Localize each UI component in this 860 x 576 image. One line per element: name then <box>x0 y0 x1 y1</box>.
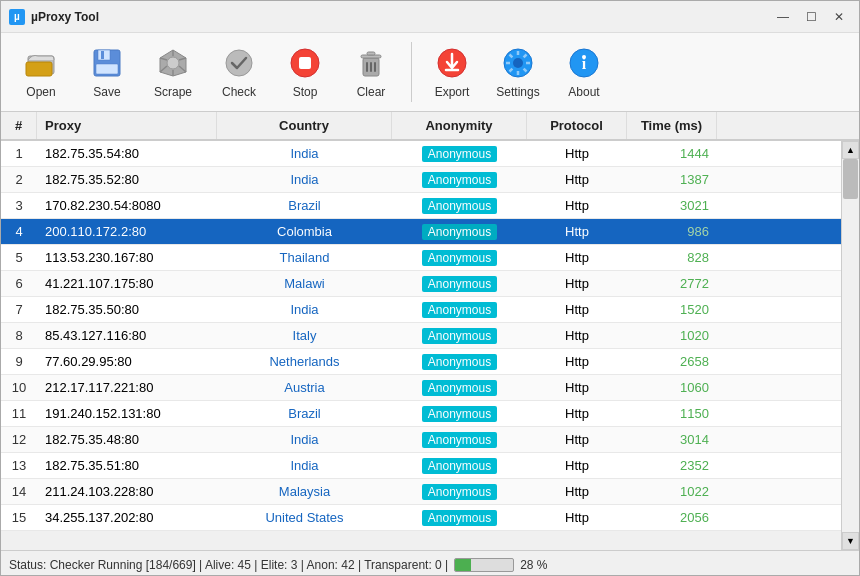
check-button[interactable]: Check <box>207 37 271 107</box>
header-proxy: Proxy <box>37 112 217 139</box>
cell-num: 3 <box>1 193 37 218</box>
anon-badge: Anonymous <box>422 328 497 344</box>
table-row[interactable]: 7 182.75.35.50:80 India Anonymous Http 1… <box>1 297 859 323</box>
cell-anonymity: Anonymous <box>392 375 527 400</box>
cell-time: 3014 <box>627 427 717 452</box>
status-text: Status: Checker Running [184/669] | Aliv… <box>9 558 448 572</box>
maximize-button[interactable]: ☐ <box>799 5 823 29</box>
cell-anonymity: Anonymous <box>392 167 527 192</box>
table-row[interactable]: 13 182.75.35.51:80 India Anonymous Http … <box>1 453 859 479</box>
anon-badge: Anonymous <box>422 250 497 266</box>
minimize-button[interactable]: — <box>771 5 795 29</box>
table-row[interactable]: 14 211.24.103.228:80 Malaysia Anonymous … <box>1 479 859 505</box>
cell-num: 4 <box>1 219 37 244</box>
cell-country: Malaysia <box>217 479 392 504</box>
stop-button[interactable]: Stop <box>273 37 337 107</box>
cell-proxy: 211.24.103.228:80 <box>37 479 217 504</box>
table-row[interactable]: 5 113.53.230.167:80 Thailand Anonymous H… <box>1 245 859 271</box>
cell-protocol: Http <box>527 375 627 400</box>
scrape-label: Scrape <box>154 85 192 99</box>
cell-time: 2658 <box>627 349 717 374</box>
cell-anonymity: Anonymous <box>392 245 527 270</box>
save-button[interactable]: Save <box>75 37 139 107</box>
settings-label: Settings <box>496 85 539 99</box>
cell-country: Italy <box>217 323 392 348</box>
cell-proxy: 182.75.35.50:80 <box>37 297 217 322</box>
cell-time: 2772 <box>627 271 717 296</box>
cell-proxy: 34.255.137.202:80 <box>37 505 217 530</box>
anon-badge: Anonymous <box>422 198 497 214</box>
table-row[interactable]: 8 85.43.127.116:80 Italy Anonymous Http … <box>1 323 859 349</box>
titlebar-left: µ µProxy Tool <box>9 9 99 25</box>
cell-num: 11 <box>1 401 37 426</box>
settings-button[interactable]: Settings <box>486 37 550 107</box>
cell-proxy: 191.240.152.131:80 <box>37 401 217 426</box>
cell-proxy: 41.221.107.175:80 <box>37 271 217 296</box>
table-row[interactable]: 15 34.255.137.202:80 United States Anony… <box>1 505 859 531</box>
close-button[interactable]: ✕ <box>827 5 851 29</box>
table-row[interactable]: 10 212.17.117.221:80 Austria Anonymous H… <box>1 375 859 401</box>
open-label: Open <box>26 85 55 99</box>
table-area: # Proxy Country Anonymity Protocol Time … <box>1 112 859 550</box>
cell-proxy: 85.43.127.116:80 <box>37 323 217 348</box>
table-row[interactable]: 12 182.75.35.48:80 India Anonymous Http … <box>1 427 859 453</box>
open-icon <box>23 45 59 81</box>
cell-anonymity: Anonymous <box>392 193 527 218</box>
titlebar-controls: — ☐ ✕ <box>771 5 851 29</box>
table-header: # Proxy Country Anonymity Protocol Time … <box>1 112 859 141</box>
cell-anonymity: Anonymous <box>392 349 527 374</box>
cell-num: 2 <box>1 167 37 192</box>
toolbar-separator <box>411 42 412 102</box>
cell-anonymity: Anonymous <box>392 453 527 478</box>
table-row[interactable]: 11 191.240.152.131:80 Brazil Anonymous H… <box>1 401 859 427</box>
scrape-icon <box>155 45 191 81</box>
anon-badge: Anonymous <box>422 146 497 162</box>
clear-button[interactable]: Clear <box>339 37 403 107</box>
app-icon: µ <box>9 9 25 25</box>
table-row[interactable]: 3 170.82.230.54:8080 Brazil Anonymous Ht… <box>1 193 859 219</box>
svg-rect-19 <box>374 62 376 72</box>
cell-country: Colombia <box>217 219 392 244</box>
table-row[interactable]: 1 182.75.35.54:80 India Anonymous Http 1… <box>1 141 859 167</box>
toolbar: Open Save Scrape <box>1 33 859 112</box>
table-body: 1 182.75.35.54:80 India Anonymous Http 1… <box>1 141 859 550</box>
cell-num: 15 <box>1 505 37 530</box>
settings-icon <box>500 45 536 81</box>
cell-time: 1444 <box>627 141 717 166</box>
cell-time: 1150 <box>627 401 717 426</box>
table-row[interactable]: 6 41.221.107.175:80 Malawi Anonymous Htt… <box>1 271 859 297</box>
scroll-down-button[interactable]: ▼ <box>842 532 859 550</box>
scroll-thumb[interactable] <box>843 159 858 199</box>
anon-badge: Anonymous <box>422 276 497 292</box>
cell-country: India <box>217 167 392 192</box>
titlebar: µ µProxy Tool — ☐ ✕ <box>1 1 859 33</box>
table-row[interactable]: 2 182.75.35.52:80 India Anonymous Http 1… <box>1 167 859 193</box>
cell-country: India <box>217 141 392 166</box>
cell-country: Brazil <box>217 193 392 218</box>
check-icon <box>221 45 257 81</box>
cell-proxy: 182.75.35.51:80 <box>37 453 217 478</box>
scroll-track[interactable] <box>842 159 859 532</box>
about-button[interactable]: i About <box>552 37 616 107</box>
cell-num: 10 <box>1 375 37 400</box>
scrollbar[interactable]: ▲ ▼ <box>841 141 859 550</box>
cell-protocol: Http <box>527 505 627 530</box>
cell-country: Austria <box>217 375 392 400</box>
scroll-up-button[interactable]: ▲ <box>842 141 859 159</box>
cell-country: Malawi <box>217 271 392 296</box>
cell-time: 1020 <box>627 323 717 348</box>
cell-num: 1 <box>1 141 37 166</box>
scrape-button[interactable]: Scrape <box>141 37 205 107</box>
cell-protocol: Http <box>527 167 627 192</box>
cell-anonymity: Anonymous <box>392 323 527 348</box>
open-button[interactable]: Open <box>9 37 73 107</box>
export-button[interactable]: Export <box>420 37 484 107</box>
table-row[interactable]: 9 77.60.29.95:80 Netherlands Anonymous H… <box>1 349 859 375</box>
cell-proxy: 182.75.35.52:80 <box>37 167 217 192</box>
cell-time: 1060 <box>627 375 717 400</box>
table-row[interactable]: 4 200.110.172.2:80 Colombia Anonymous Ht… <box>1 219 859 245</box>
cell-time: 1022 <box>627 479 717 504</box>
cell-anonymity: Anonymous <box>392 505 527 530</box>
anon-badge: Anonymous <box>422 406 497 422</box>
check-label: Check <box>222 85 256 99</box>
